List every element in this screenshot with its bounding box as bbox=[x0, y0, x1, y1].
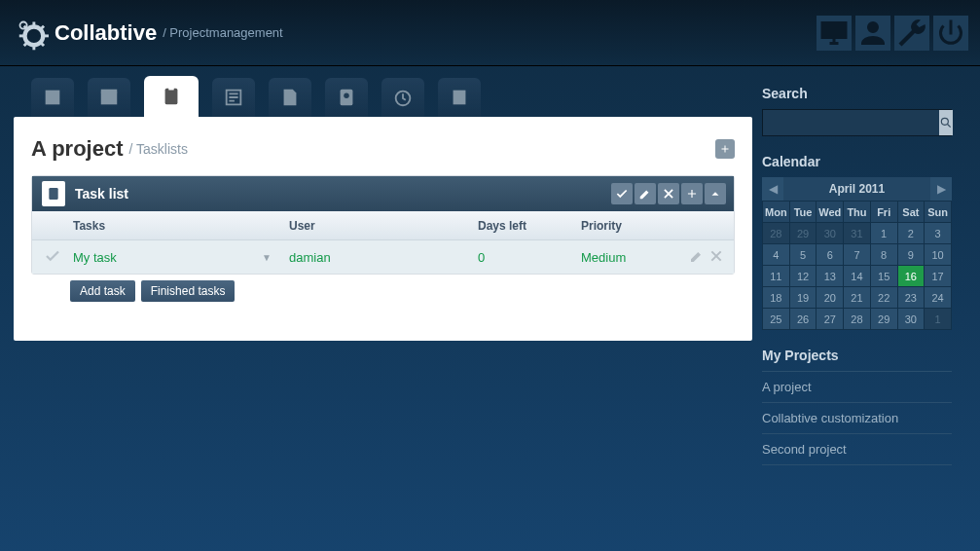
tab-people[interactable] bbox=[325, 78, 368, 117]
tab-tasklists[interactable] bbox=[144, 76, 199, 117]
search-icon bbox=[939, 116, 953, 129]
wrench-icon[interactable] bbox=[894, 16, 929, 51]
calendar-day[interactable]: 15 bbox=[870, 266, 897, 287]
calendar-day[interactable]: 8 bbox=[870, 244, 897, 266]
my-projects-section: My Projects A projectCollabtive customiz… bbox=[762, 348, 952, 465]
page-title: A project bbox=[31, 136, 124, 162]
calendar-day[interactable]: 10 bbox=[925, 244, 952, 266]
tasklist-header: Task list bbox=[32, 176, 734, 211]
calendar-day[interactable]: 29 bbox=[789, 223, 817, 244]
task-edit-icon[interactable] bbox=[689, 248, 705, 267]
tab-messages[interactable] bbox=[212, 78, 255, 117]
calendar-prev-button[interactable]: ◀ bbox=[762, 177, 783, 201]
calendar-day[interactable]: 13 bbox=[817, 266, 844, 287]
tab-timetracking[interactable] bbox=[381, 78, 424, 117]
tasklist-block: Task list Tasks User Days left Priority bbox=[31, 175, 735, 275]
svg-rect-13 bbox=[165, 89, 178, 105]
power-icon[interactable] bbox=[933, 16, 968, 51]
svg-rect-14 bbox=[168, 87, 174, 91]
tasklist-edit-icon[interactable] bbox=[635, 183, 656, 204]
user-icon[interactable] bbox=[855, 16, 890, 51]
calendar-day[interactable]: 16 bbox=[897, 266, 925, 287]
svg-rect-10 bbox=[46, 91, 60, 105]
project-list-item[interactable]: A project bbox=[762, 372, 952, 403]
main-panel: A project / Tasklists Task list bbox=[14, 117, 752, 341]
calendar-day-header: Tue bbox=[789, 202, 817, 223]
calendar-day[interactable]: 27 bbox=[817, 309, 844, 330]
calendar-day[interactable]: 9 bbox=[897, 244, 925, 266]
svg-rect-19 bbox=[49, 188, 57, 200]
tab-settings[interactable] bbox=[438, 78, 481, 117]
search-section: Search bbox=[762, 86, 952, 136]
task-complete-check-icon[interactable] bbox=[44, 253, 61, 268]
calendar-day[interactable]: 14 bbox=[844, 266, 871, 287]
tasklist-column-headers: Tasks User Days left Priority bbox=[32, 211, 734, 240]
calendar-day[interactable]: 20 bbox=[817, 287, 844, 309]
finished-tasks-button[interactable]: Finished tasks bbox=[141, 280, 236, 302]
project-list-item[interactable]: Second project bbox=[762, 434, 952, 465]
calendar-day[interactable]: 1 bbox=[870, 223, 897, 244]
svg-point-16 bbox=[344, 92, 349, 98]
page-breadcrumb: / Tasklists bbox=[129, 141, 188, 157]
calendar-day[interactable]: 25 bbox=[763, 309, 790, 330]
svg-rect-4 bbox=[19, 34, 23, 37]
tasklist-delete-icon[interactable] bbox=[658, 183, 679, 204]
calendar-day-header: Mon bbox=[763, 202, 790, 223]
calendar-day[interactable]: 28 bbox=[844, 309, 871, 330]
calendar-grid: MonTueWedThuFriSatSun 282930311234567891… bbox=[762, 201, 952, 330]
svg-rect-12 bbox=[101, 90, 118, 93]
calendar-day[interactable]: 29 bbox=[870, 309, 897, 330]
calendar-day[interactable]: 30 bbox=[897, 309, 925, 330]
clipboard-icon bbox=[42, 181, 65, 206]
brand-name: Collabtive bbox=[54, 20, 157, 46]
calendar-next-button[interactable]: ▶ bbox=[930, 177, 952, 201]
project-tabs bbox=[14, 76, 752, 117]
calendar-day[interactable]: 18 bbox=[763, 287, 790, 309]
calendar-day[interactable]: 7 bbox=[844, 244, 871, 266]
calendar-day[interactable]: 12 bbox=[789, 266, 817, 287]
desktop-icon[interactable] bbox=[817, 16, 852, 51]
tasklist-check-icon[interactable] bbox=[611, 183, 633, 204]
calendar-day[interactable]: 1 bbox=[925, 309, 952, 330]
col-tasks: Tasks bbox=[73, 219, 289, 233]
svg-rect-18 bbox=[454, 91, 466, 105]
calendar-day[interactable]: 21 bbox=[844, 287, 871, 309]
tab-milestones[interactable] bbox=[88, 78, 130, 117]
tasklist-collapse-icon[interactable] bbox=[705, 183, 726, 204]
add-tasklist-button[interactable] bbox=[715, 139, 735, 159]
breadcrumb: / Projectmanagement bbox=[163, 25, 283, 40]
calendar-day[interactable]: 28 bbox=[763, 223, 790, 244]
calendar-section: Calendar ◀ April 2011 ▶ MonTueWedThuFriS… bbox=[762, 154, 952, 330]
calendar-day[interactable]: 2 bbox=[897, 223, 925, 244]
project-list-item[interactable]: Collabtive customization bbox=[762, 403, 952, 434]
search-input[interactable] bbox=[763, 110, 939, 135]
calendar-day[interactable]: 11 bbox=[763, 266, 790, 287]
calendar-day[interactable]: 22 bbox=[870, 287, 897, 309]
calendar-day[interactable]: 30 bbox=[817, 223, 844, 244]
calendar-day[interactable]: 6 bbox=[817, 244, 844, 266]
calendar-day[interactable]: 4 bbox=[763, 244, 790, 266]
task-link[interactable]: My task bbox=[73, 250, 117, 265]
calendar-day[interactable]: 24 bbox=[925, 287, 952, 309]
calendar-day[interactable]: 17 bbox=[925, 266, 952, 287]
svg-point-20 bbox=[941, 118, 948, 125]
calendar-day[interactable]: 3 bbox=[925, 223, 952, 244]
task-days-left: 0 bbox=[478, 250, 581, 265]
calendar-day[interactable]: 26 bbox=[789, 309, 817, 330]
tab-dashboard[interactable] bbox=[31, 78, 74, 117]
task-dropdown-caret-icon[interactable]: ▼ bbox=[262, 252, 272, 263]
task-user-link[interactable]: damian bbox=[289, 250, 331, 265]
tasklist-title: Task list bbox=[75, 186, 128, 202]
svg-point-0 bbox=[25, 26, 44, 45]
calendar-day-header: Wed bbox=[817, 202, 844, 223]
task-row: My task▼ damian 0 Medium bbox=[32, 240, 734, 274]
calendar-day[interactable]: 31 bbox=[844, 223, 871, 244]
calendar-day[interactable]: 23 bbox=[897, 287, 925, 309]
tab-files[interactable] bbox=[269, 78, 311, 117]
task-delete-icon[interactable] bbox=[708, 248, 724, 267]
calendar-day[interactable]: 5 bbox=[789, 244, 817, 266]
calendar-day[interactable]: 19 bbox=[789, 287, 817, 309]
tasklist-add-icon[interactable] bbox=[681, 183, 703, 204]
search-button[interactable] bbox=[939, 110, 953, 135]
add-task-button[interactable]: Add task bbox=[70, 280, 135, 302]
